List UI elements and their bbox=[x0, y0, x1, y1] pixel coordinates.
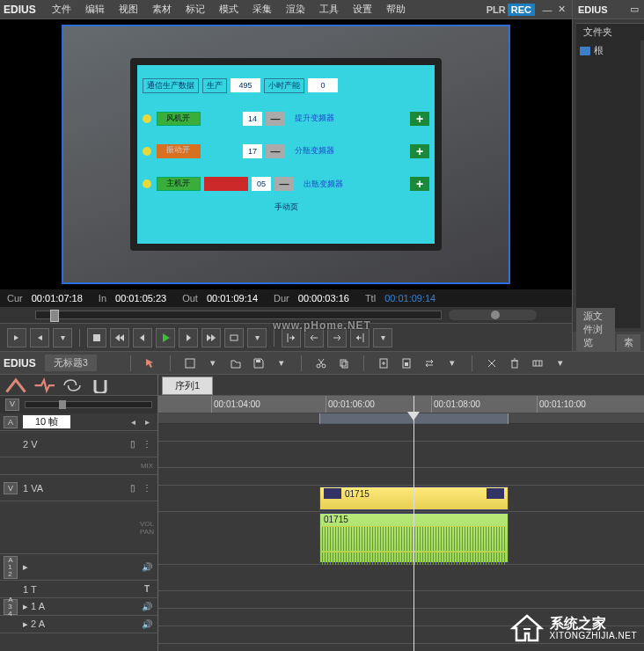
bin-tree[interactable]: 根 bbox=[576, 40, 640, 328]
menu-marker[interactable]: 标记 bbox=[179, 1, 212, 18]
delete-button[interactable] bbox=[506, 355, 523, 372]
sequence-tab[interactable]: 序列1 bbox=[162, 377, 213, 395]
ruler-tick: 00:01:10:00 bbox=[537, 396, 586, 413]
tc-dur-val[interactable]: 00:00:03:16 bbox=[298, 293, 349, 304]
a34-patch[interactable]: A 3 4 bbox=[4, 599, 18, 615]
timeline-ruler[interactable]: 00:01:04:00 00:01:06:00 00:01:08:00 00:0… bbox=[158, 396, 644, 413]
ruler-tick: 00:01:04:00 bbox=[211, 396, 260, 413]
rewind-button[interactable] bbox=[110, 328, 129, 347]
menu-edit[interactable]: 编辑 bbox=[78, 1, 112, 18]
set-in-button[interactable] bbox=[7, 328, 26, 347]
emb-plus3: + bbox=[410, 177, 429, 191]
stop-button[interactable] bbox=[87, 328, 106, 347]
tc-ttl-val[interactable]: 00:01:09:14 bbox=[384, 293, 435, 304]
speaker-icon[interactable]: 🔊 bbox=[140, 562, 154, 572]
tc-out-val[interactable]: 00:01:09:14 bbox=[207, 293, 258, 304]
insert-mode-icon[interactable] bbox=[5, 377, 26, 393]
delete-inout-button[interactable] bbox=[529, 355, 546, 372]
menu-capture[interactable]: 采集 bbox=[245, 1, 279, 18]
new-button[interactable] bbox=[181, 355, 199, 372]
bin-folder-tab[interactable]: 文件夹 bbox=[576, 23, 644, 40]
menu-mode[interactable]: 模式 bbox=[212, 1, 245, 18]
close-icon[interactable]: ✕ bbox=[554, 4, 568, 15]
scroll-left-icon[interactable]: ◂ bbox=[126, 417, 140, 427]
loop-button[interactable] bbox=[224, 328, 244, 347]
tc-in-val[interactable]: 00:01:05:23 bbox=[115, 293, 166, 304]
shuttle-control[interactable] bbox=[449, 310, 537, 320]
paste-insert-button[interactable] bbox=[375, 355, 392, 372]
scrub-thumb[interactable] bbox=[50, 310, 59, 322]
track-1t-label[interactable]: 1 T bbox=[23, 584, 140, 595]
speaker-icon[interactable]: 🔊 bbox=[140, 619, 154, 629]
ripple-mode-icon[interactable] bbox=[33, 377, 55, 393]
dropdown-3[interactable]: ▾ bbox=[373, 328, 392, 347]
minimize-icon[interactable]: — bbox=[540, 4, 554, 15]
embedded-video-content: 通信生产数据 生产 495 小时产能 0 风机开 14 — bbox=[130, 58, 442, 250]
play-button[interactable] bbox=[156, 328, 175, 347]
track-a12-label[interactable]: ▸ bbox=[23, 561, 140, 573]
menu-file[interactable]: 文件 bbox=[45, 1, 78, 18]
dropdown-paste[interactable]: ▾ bbox=[443, 355, 461, 372]
expand-icon[interactable]: ⋮ bbox=[140, 483, 154, 493]
dropdown-1[interactable]: ▾ bbox=[53, 328, 72, 347]
v-patch-1va[interactable]: V bbox=[4, 482, 18, 494]
copy-button[interactable] bbox=[335, 355, 353, 372]
tc-cur-val[interactable]: 00:01:07:18 bbox=[32, 293, 83, 304]
paste-overwrite-button[interactable] bbox=[398, 355, 415, 372]
track-1a-label[interactable]: ▸ 1 A bbox=[23, 601, 140, 612]
expand-icon[interactable]: ⋮ bbox=[140, 439, 154, 449]
bin-layout-icon[interactable]: ▭ bbox=[630, 4, 639, 15]
dropdown-new[interactable]: ▾ bbox=[204, 355, 222, 372]
fast-forward-button[interactable] bbox=[201, 328, 221, 347]
mode-rec[interactable]: REC bbox=[508, 4, 535, 16]
emb-label3: 出瓶变频器 bbox=[297, 179, 350, 190]
speaker-icon[interactable]: 🔊 bbox=[140, 602, 154, 611]
cut-button[interactable] bbox=[312, 355, 330, 372]
svg-rect-0 bbox=[93, 334, 100, 341]
menu-render[interactable]: 渲染 bbox=[279, 1, 312, 18]
set-out-button[interactable] bbox=[30, 328, 49, 347]
next-frame-button[interactable] bbox=[179, 328, 198, 347]
cursor-tool-icon[interactable] bbox=[142, 355, 159, 372]
video-icon[interactable]: ▯ bbox=[126, 483, 140, 493]
track-lane-1va-audio[interactable]: 01715 bbox=[158, 512, 644, 565]
scrub-slider[interactable] bbox=[35, 311, 442, 319]
preview-frame[interactable]: 通信生产数据 生产 495 小时产能 0 风机开 14 — bbox=[62, 25, 510, 284]
menu-help[interactable]: 帮助 bbox=[379, 1, 413, 18]
dropdown-2[interactable]: ▾ bbox=[247, 328, 267, 347]
track-2v-label[interactable]: 2 V bbox=[23, 439, 126, 450]
v-patch[interactable]: V bbox=[5, 399, 19, 411]
dropdown-delete[interactable]: ▾ bbox=[552, 355, 569, 372]
project-name[interactable]: 无标题3 bbox=[45, 355, 97, 371]
bin-root-folder[interactable]: 根 bbox=[580, 44, 637, 57]
snap-mode-icon[interactable] bbox=[90, 377, 111, 393]
a12-patch[interactable]: A 1 2 bbox=[4, 556, 18, 579]
bin-tab-clip[interactable]: 素 bbox=[617, 334, 640, 351]
zoom-thumb[interactable] bbox=[59, 400, 66, 409]
track-lane-1va-video[interactable]: 01715 bbox=[158, 486, 644, 512]
title-icon[interactable]: T bbox=[140, 584, 154, 594]
menu-clip[interactable]: 素材 bbox=[145, 1, 179, 18]
dropdown-save[interactable]: ▾ bbox=[273, 355, 290, 372]
save-button[interactable] bbox=[250, 355, 267, 372]
menu-tools[interactable]: 工具 bbox=[312, 1, 346, 18]
menu-view[interactable]: 视图 bbox=[112, 1, 145, 18]
zoom-slider[interactable] bbox=[25, 401, 152, 408]
a-patch[interactable]: A bbox=[4, 416, 18, 428]
playhead[interactable] bbox=[413, 396, 414, 651]
bin-tab-source-browse[interactable]: 源文件浏览 bbox=[576, 308, 615, 351]
ripple-delete-button[interactable] bbox=[483, 355, 501, 372]
video-icon[interactable]: ▯ bbox=[126, 439, 140, 449]
open-button[interactable] bbox=[227, 355, 245, 372]
menu-settings[interactable]: 设置 bbox=[346, 1, 379, 18]
track-1va-label[interactable]: 1 VA bbox=[23, 483, 126, 494]
emb-footer: 手动页 bbox=[143, 201, 429, 213]
mode-plr[interactable]: PLR bbox=[487, 4, 506, 15]
scroll-right-icon[interactable]: ▸ bbox=[140, 417, 154, 427]
prev-frame-button[interactable] bbox=[133, 328, 152, 347]
track-2a-label[interactable]: ▸ 2 A bbox=[23, 618, 140, 630]
emb-fan-btn: 风机开 bbox=[157, 112, 201, 126]
sync-mode-icon[interactable] bbox=[62, 377, 83, 393]
frames-display[interactable]: 10 帧 bbox=[23, 415, 70, 428]
replace-button[interactable] bbox=[421, 355, 438, 372]
